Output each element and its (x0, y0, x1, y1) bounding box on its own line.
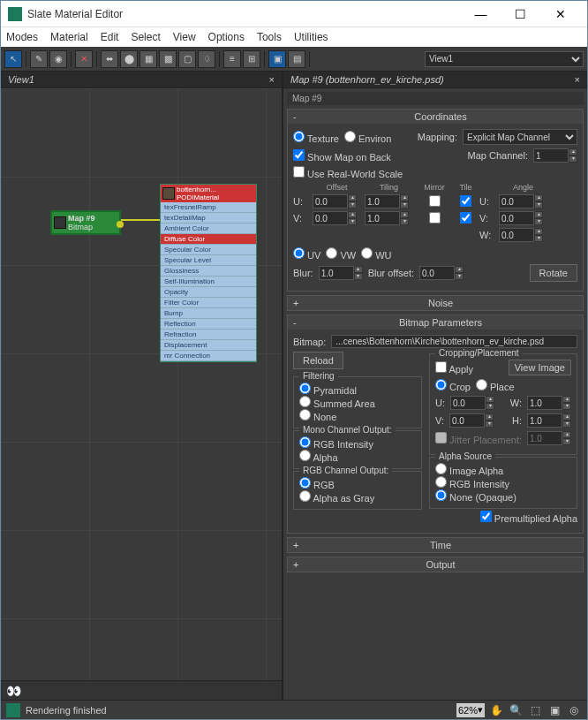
material-slot[interactable]: Reflection (161, 319, 256, 330)
node-canvas[interactable]: Map #9 Bitmap bottenhorn... PODIMaterial (1, 88, 282, 680)
menu-modes[interactable]: Modes (6, 31, 38, 43)
material-slot[interactable]: mr Connection (161, 351, 256, 361)
menu-tools[interactable]: Tools (257, 31, 282, 43)
rgb-out-radio[interactable] (299, 477, 311, 489)
environ-radio[interactable] (344, 131, 356, 142)
alpha-rgb-radio[interactable] (435, 476, 447, 488)
pan-to-selected-icon[interactable]: ◎ (566, 702, 582, 718)
binoculars-icon[interactable]: 👀 (6, 684, 21, 698)
v-mirror-checkbox[interactable] (429, 212, 441, 224)
checker-icon[interactable]: ▦ (139, 50, 157, 68)
zoom-dropdown-icon[interactable]: ▾ (478, 704, 483, 716)
place-radio[interactable] (476, 379, 487, 390)
wu-radio[interactable] (361, 247, 373, 259)
output-port[interactable] (117, 221, 124, 228)
bitmap-path-field[interactable]: ...cenes\Bottenhorn\Kirche\bottenhorn_ev… (331, 335, 577, 348)
bitmap-node[interactable]: Map #9 Bitmap (50, 210, 121, 235)
material-slot[interactable]: Opacity (161, 287, 256, 298)
zoom-extents-icon[interactable]: ▣ (547, 702, 562, 718)
alpha-none-radio[interactable] (435, 489, 447, 501)
select-icon[interactable]: ▣ (268, 50, 286, 68)
material-slot[interactable]: Displacement (161, 340, 256, 351)
image-alpha-radio[interactable] (435, 463, 447, 474)
sphere-icon[interactable]: ⬤ (120, 50, 138, 68)
pick-icon[interactable]: ✎ (30, 50, 48, 68)
mono-rgb-radio[interactable] (299, 436, 311, 448)
crop-h-input[interactable] (527, 413, 562, 428)
material-slot[interactable]: Ambient Color (161, 224, 256, 234)
blur-input[interactable] (319, 266, 354, 280)
material-slot[interactable]: Bump (161, 308, 256, 319)
properties-close-icon[interactable]: × (575, 74, 580, 85)
menu-material[interactable]: Material (50, 31, 88, 43)
pan-icon[interactable]: ✋ (488, 702, 504, 718)
menu-select[interactable]: Select (131, 31, 160, 43)
uv-radio[interactable] (293, 247, 305, 259)
material-slot[interactable]: texFresnelRamp (161, 202, 256, 213)
zoom-region-icon[interactable]: ⬚ (527, 702, 543, 718)
menu-utilities[interactable]: Utilities (294, 31, 328, 43)
reload-button[interactable]: Reload (293, 352, 343, 369)
material-node[interactable]: bottenhorn... PODIMaterial texFresnelRam… (160, 184, 257, 362)
noise-header[interactable]: +Noise (288, 296, 583, 310)
filter-none-radio[interactable] (299, 409, 311, 421)
texture-radio[interactable] (293, 131, 305, 142)
material-slot[interactable]: Specular Level (161, 255, 256, 266)
close-button[interactable]: ✕ (540, 2, 580, 27)
preview-icon[interactable]: ▤ (288, 50, 305, 68)
u-offset-input[interactable] (313, 194, 348, 208)
maximize-button[interactable]: ☐ (501, 2, 540, 27)
assign-icon[interactable]: ◉ (49, 50, 67, 68)
box-icon[interactable]: ▢ (178, 50, 196, 68)
u-angle-input[interactable] (499, 194, 534, 208)
move-icon[interactable]: ⬌ (101, 50, 118, 68)
u-tile-checkbox[interactable] (460, 195, 471, 207)
crop-radio[interactable] (435, 379, 447, 390)
map-channel-input[interactable] (533, 148, 569, 163)
material-slot[interactable]: texDetailMap (161, 213, 256, 224)
pyramidal-radio[interactable] (299, 383, 311, 394)
mapping-dropdown[interactable]: Explicit Map Channel (463, 129, 577, 145)
v-tile-checkbox[interactable] (460, 212, 471, 224)
crop-w-input[interactable] (527, 396, 562, 410)
u-mirror-checkbox[interactable] (429, 195, 441, 207)
rotate-button[interactable]: Rotate (530, 264, 577, 282)
w-angle-input[interactable] (499, 228, 534, 242)
apply-crop-checkbox[interactable] (435, 361, 447, 373)
delete-icon[interactable]: ✕ (75, 50, 93, 68)
minimize-button[interactable]: — (461, 2, 501, 27)
menu-view[interactable]: View (173, 31, 196, 43)
bitmap-params-header[interactable]: -Bitmap Parameters (288, 315, 583, 330)
time-header[interactable]: +Time (288, 538, 583, 552)
alpha-gray-radio[interactable] (299, 490, 311, 502)
crop-v-input[interactable] (449, 413, 485, 428)
menu-edit[interactable]: Edit (101, 31, 119, 43)
real-world-checkbox[interactable] (293, 166, 305, 178)
layout-icon[interactable]: ⊞ (243, 50, 260, 68)
arrow-icon[interactable]: ↖ (4, 50, 22, 68)
spin-up-icon[interactable]: ▴ (569, 148, 577, 155)
material-slot[interactable]: Self-Illumination (161, 277, 256, 287)
view-image-button[interactable]: View Image (509, 360, 571, 375)
mono-alpha-radio[interactable] (299, 450, 311, 461)
v-tiling-input[interactable] (365, 211, 400, 225)
blur-offset-input[interactable] (419, 266, 455, 280)
spin-down-icon[interactable]: ▾ (569, 155, 577, 163)
tab-close-icon[interactable]: × (269, 74, 275, 85)
v-offset-input[interactable] (313, 211, 348, 225)
menu-options[interactable]: Options (208, 31, 245, 43)
material-slot[interactable]: Glossiness (161, 266, 256, 277)
output-header[interactable]: +Output (288, 557, 583, 572)
coordinates-header[interactable]: -Coordinates (288, 110, 583, 124)
light-icon[interactable]: ♢ (198, 50, 215, 68)
show-map-back-checkbox[interactable] (293, 149, 305, 161)
material-slot[interactable]: Filter Color (161, 298, 256, 308)
vw-radio[interactable] (326, 247, 337, 259)
crop-u-input[interactable] (450, 396, 486, 410)
material-slot[interactable]: Diffuse Color (161, 234, 256, 245)
view-dropdown[interactable]: View1 (425, 51, 584, 67)
zoom-icon[interactable]: 🔍 (508, 702, 524, 718)
list-icon[interactable]: ≡ (223, 50, 241, 68)
material-slot[interactable]: Refraction (161, 330, 256, 340)
view-tab[interactable]: View1 × (1, 72, 282, 88)
